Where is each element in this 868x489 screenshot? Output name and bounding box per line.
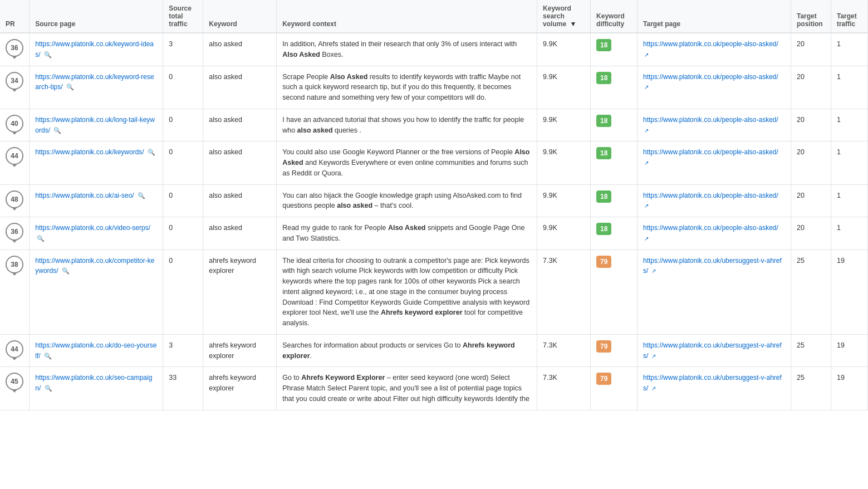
keyword-difficulty-cell: 79 [591, 334, 637, 367]
col-header-keyword-context: Keyword context [277, 0, 537, 33]
keyword-volume-cell: 9.9K [537, 217, 591, 250]
keyword-difficulty-cell: 18 [591, 141, 637, 184]
col-header-keyword-difficulty: Keyword difficulty [591, 0, 637, 33]
source-page-link[interactable]: https://www.platonik.co.uk/seo-campaign/ [35, 374, 152, 392]
source-page-link[interactable]: https://www.platonik.co.uk/keyword-ideas… [35, 40, 154, 58]
pr-badge: 38 [6, 256, 23, 273]
keyword-difficulty-cell: 18 [591, 33, 637, 66]
keyword-difficulty-cell: 18 [591, 66, 637, 109]
pr-badge: 40 [6, 115, 23, 133]
col-header-keyword-search-volume[interactable]: Keyword search volume ▼ [537, 0, 591, 33]
keyword-difficulty-cell: 79 [591, 250, 637, 334]
source-total-traffic: 3 [163, 334, 203, 367]
keyword-cell: also asked [203, 109, 277, 141]
keyword-volume-cell: 7.3K [537, 334, 591, 367]
difficulty-badge: 18 [596, 190, 611, 203]
keyword-context-cell: Go to Ahrefs Keyword Explorer – enter se… [277, 367, 537, 410]
external-link-icon: ↗ [651, 353, 656, 359]
target-traffic-cell: 1 [831, 33, 867, 66]
target-page-link[interactable]: https://www.platonik.co.uk/people-also-a… [643, 224, 778, 232]
target-traffic-cell: 1 [831, 141, 867, 184]
keyword-context-cell: You can also hijack the Google knowledge… [277, 184, 537, 217]
external-link-icon: ↗ [644, 52, 649, 58]
keyword-context-cell: You could also use Google Keyword Planne… [277, 141, 537, 184]
keyword-context-cell: Searches for information about products … [277, 334, 537, 367]
target-position-cell: 20 [791, 141, 831, 184]
keyword-cell: also asked [203, 217, 277, 250]
search-icon[interactable]: 🔍 [138, 192, 145, 199]
target-position-cell: 20 [791, 217, 831, 250]
table-row: 38https://www.platonik.co.uk/competitor-… [0, 250, 868, 334]
source-total-traffic: 0 [163, 250, 203, 334]
external-link-icon: ↗ [644, 203, 649, 209]
keyword-context-cell: The ideal criteria for choosing to outra… [277, 250, 537, 334]
col-header-target-position: Target position [791, 0, 831, 33]
table-row: 36https://www.platonik.co.uk/keyword-ide… [0, 33, 868, 66]
external-link-icon: ↗ [651, 385, 656, 392]
search-icon[interactable]: 🔍 [62, 267, 70, 274]
keyword-cell: ahrefs keyword explorer [203, 334, 277, 367]
target-traffic-cell: 1 [831, 184, 867, 217]
target-page-link[interactable]: https://www.platonik.co.uk/people-also-a… [643, 40, 778, 48]
sort-volume-icon: ▼ [570, 20, 576, 28]
keyword-cell: ahrefs keyword explorer [203, 367, 277, 410]
keyword-difficulty-cell: 18 [591, 217, 637, 250]
table-row: 45https://www.platonik.co.uk/seo-campaig… [0, 367, 868, 410]
target-position-cell: 20 [791, 66, 831, 109]
search-icon[interactable]: 🔍 [45, 385, 52, 392]
source-total-traffic: 0 [163, 184, 203, 217]
keyword-cell: also asked [203, 66, 277, 109]
target-traffic-cell: 1 [831, 109, 867, 141]
target-page-link[interactable]: https://www.platonik.co.uk/ubersuggest-v… [643, 374, 782, 392]
search-icon[interactable]: 🔍 [148, 149, 155, 155]
difficulty-badge: 18 [596, 223, 611, 235]
pr-badge: 44 [6, 340, 23, 358]
keyword-difficulty-cell: 18 [591, 109, 637, 141]
target-traffic-cell: 1 [831, 217, 867, 250]
external-link-icon: ↗ [644, 160, 649, 166]
keyword-volume-cell: 7.3K [537, 250, 591, 334]
source-page-link[interactable]: https://www.platonik.co.uk/do-seo-yourse… [35, 341, 156, 360]
external-link-icon: ↗ [644, 84, 649, 90]
source-page-link[interactable]: https://www.platonik.co.uk/ai-seo/ [35, 192, 134, 199]
keyword-volume-cell: 7.3K [537, 367, 591, 410]
target-page-link[interactable]: https://www.platonik.co.uk/ubersuggest-v… [643, 341, 782, 360]
search-icon[interactable]: 🔍 [37, 235, 45, 242]
search-icon[interactable]: 🔍 [66, 84, 74, 90]
target-traffic-cell: 1 [831, 66, 867, 109]
source-page-link[interactable]: https://www.platonik.co.uk/video-serps/ [35, 224, 150, 232]
keyword-context-cell: Scrape People Also Asked results to iden… [277, 66, 537, 109]
keyword-difficulty-cell: 79 [591, 367, 637, 410]
difficulty-badge: 79 [596, 256, 611, 268]
keyword-volume-cell: 9.9K [537, 109, 591, 141]
search-icon[interactable]: 🔍 [53, 127, 61, 134]
source-page-link[interactable]: https://www.platonik.co.uk/keywords/ [35, 148, 144, 156]
difficulty-badge: 18 [596, 39, 611, 51]
source-total-traffic: 0 [163, 66, 203, 109]
difficulty-badge: 18 [596, 115, 611, 127]
target-position-cell: 20 [791, 184, 831, 217]
difficulty-badge: 79 [596, 340, 611, 353]
keyword-cell: ahrefs keyword explorer [203, 250, 277, 334]
pr-badge: 36 [6, 223, 23, 241]
source-page-link[interactable]: https://www.platonik.co.uk/keyword-resea… [35, 73, 154, 91]
target-page-link[interactable]: https://www.platonik.co.uk/people-also-a… [643, 148, 778, 156]
search-icon[interactable]: 🔍 [44, 353, 52, 359]
target-page-link[interactable]: https://www.platonik.co.uk/people-also-a… [643, 116, 778, 124]
keyword-volume-cell: 9.9K [537, 141, 591, 184]
col-header-source-total: Source total traffic [163, 0, 203, 33]
target-traffic-cell: 19 [831, 334, 867, 367]
source-total-traffic: 33 [163, 367, 203, 410]
col-header-target-page: Target page [637, 0, 791, 33]
target-position-cell: 20 [791, 109, 831, 141]
col-header-target-traffic: Target traffic [831, 0, 867, 33]
target-page-link[interactable]: https://www.platonik.co.uk/ubersuggest-v… [643, 257, 782, 275]
difficulty-badge: 18 [596, 147, 611, 159]
search-icon[interactable]: 🔍 [44, 51, 52, 58]
keyword-cell: also asked [203, 33, 277, 66]
external-link-icon: ↗ [651, 268, 656, 274]
external-link-icon: ↗ [644, 128, 649, 134]
target-page-link[interactable]: https://www.platonik.co.uk/people-also-a… [643, 73, 778, 81]
source-page-link[interactable]: https://www.platonik.co.uk/competitor-ke… [35, 257, 154, 275]
target-page-link[interactable]: https://www.platonik.co.uk/people-also-a… [643, 192, 778, 199]
